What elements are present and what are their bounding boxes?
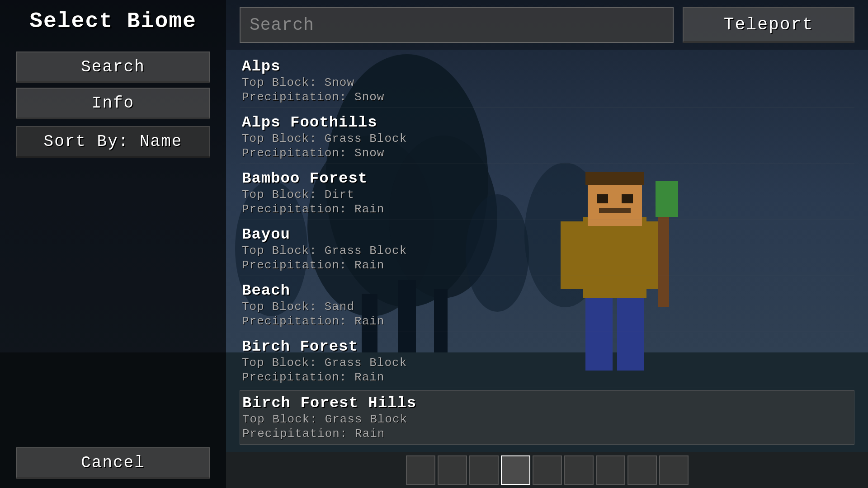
biome-top-block: Top Block: Grass Block bbox=[242, 413, 852, 426]
info-button[interactable]: Info bbox=[16, 88, 210, 119]
page-title: Select Biome bbox=[29, 9, 197, 33]
main-area: Teleport AlpsTop Block: SnowPrecipitatio… bbox=[226, 0, 868, 488]
inventory-bar bbox=[226, 452, 868, 488]
cancel-button[interactable]: Cancel bbox=[16, 447, 210, 479]
biome-name: Bayou bbox=[242, 226, 852, 243]
inv-slot-7[interactable] bbox=[596, 455, 625, 485]
teleport-button[interactable]: Teleport bbox=[683, 7, 854, 43]
biome-precipitation: Precipitation: Rain bbox=[242, 258, 852, 272]
inv-slot-1[interactable] bbox=[406, 455, 435, 485]
inv-slot-9[interactable] bbox=[659, 455, 689, 485]
inv-slot-8[interactable] bbox=[627, 455, 657, 485]
biome-list: AlpsTop Block: SnowPrecipitation: SnowAl… bbox=[226, 50, 868, 488]
biome-name: Birch Forest bbox=[242, 338, 852, 355]
inv-slot-4[interactable] bbox=[501, 455, 530, 485]
biome-name: Alps bbox=[242, 58, 852, 75]
biome-top-block: Top Block: Snow bbox=[242, 76, 852, 89]
biome-item[interactable]: Birch ForestTop Block: Grass BlockPrecip… bbox=[240, 334, 854, 388]
biome-top-block: Top Block: Grass Block bbox=[242, 356, 852, 370]
left-panel: Select Biome Search Info Sort By: Name C… bbox=[0, 0, 226, 488]
inv-slot-5[interactable] bbox=[533, 455, 562, 485]
biome-item[interactable]: BeachTop Block: SandPrecipitation: Rain bbox=[240, 278, 854, 332]
search-input[interactable] bbox=[240, 7, 674, 43]
biome-item[interactable]: Bamboo ForestTop Block: DirtPrecipitatio… bbox=[240, 166, 854, 220]
biome-precipitation: Precipitation: Rain bbox=[242, 314, 852, 328]
sort-button[interactable]: Sort By: Name bbox=[16, 126, 210, 158]
inv-slot-6[interactable] bbox=[564, 455, 594, 485]
biome-name: Alps Foothills bbox=[242, 114, 852, 131]
search-button[interactable]: Search bbox=[16, 52, 210, 83]
inv-slot-3[interactable] bbox=[469, 455, 499, 485]
biome-top-block: Top Block: Sand bbox=[242, 300, 852, 314]
biome-item[interactable]: BayouTop Block: Grass BlockPrecipitation… bbox=[240, 222, 854, 276]
inv-slot-2[interactable] bbox=[438, 455, 467, 485]
biome-item[interactable]: AlpsTop Block: SnowPrecipitation: Snow bbox=[240, 54, 854, 108]
biome-top-block: Top Block: Grass Block bbox=[242, 132, 852, 145]
biome-top-block: Top Block: Grass Block bbox=[242, 244, 852, 258]
biome-name: Bamboo Forest bbox=[242, 170, 852, 187]
biome-precipitation: Precipitation: Rain bbox=[242, 202, 852, 216]
biome-precipitation: Precipitation: Rain bbox=[242, 427, 852, 441]
biome-top-block: Top Block: Dirt bbox=[242, 188, 852, 202]
biome-precipitation: Precipitation: Rain bbox=[242, 371, 852, 384]
biome-precipitation: Precipitation: Snow bbox=[242, 90, 852, 104]
biome-precipitation: Precipitation: Snow bbox=[242, 146, 852, 160]
biome-item[interactable]: Alps FoothillsTop Block: Grass BlockPrec… bbox=[240, 110, 854, 164]
top-bar: Teleport bbox=[226, 0, 868, 50]
biome-name: Beach bbox=[242, 282, 852, 299]
biome-item[interactable]: Birch Forest HillsTop Block: Grass Block… bbox=[240, 390, 854, 445]
biome-name: Birch Forest Hills bbox=[242, 394, 852, 412]
